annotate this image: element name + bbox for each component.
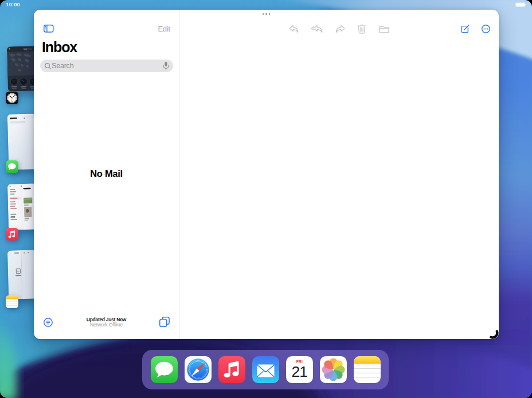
- svg-text:21: 21: [291, 363, 307, 380]
